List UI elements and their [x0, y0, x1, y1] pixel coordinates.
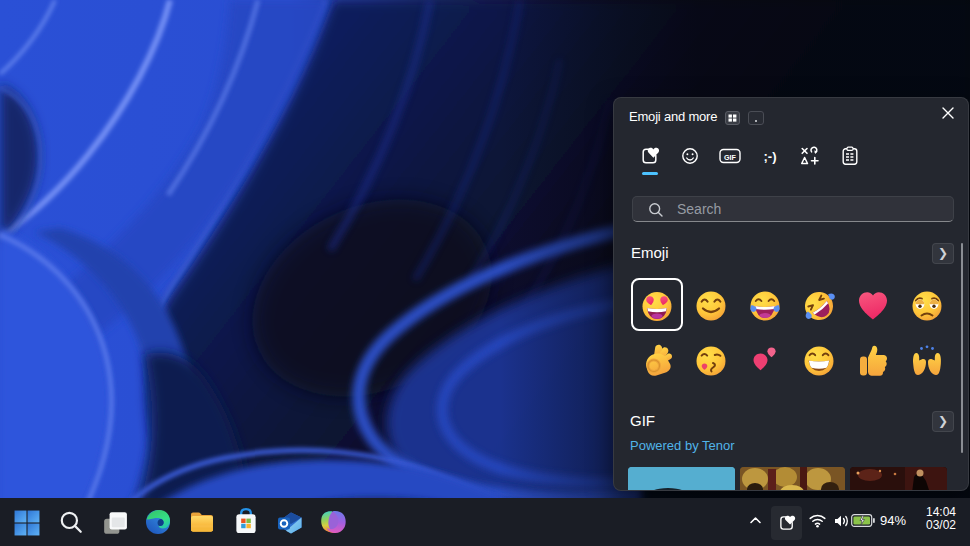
svg-text:GIF: GIF: [724, 153, 737, 162]
svg-text:;-): ;-): [764, 149, 777, 164]
